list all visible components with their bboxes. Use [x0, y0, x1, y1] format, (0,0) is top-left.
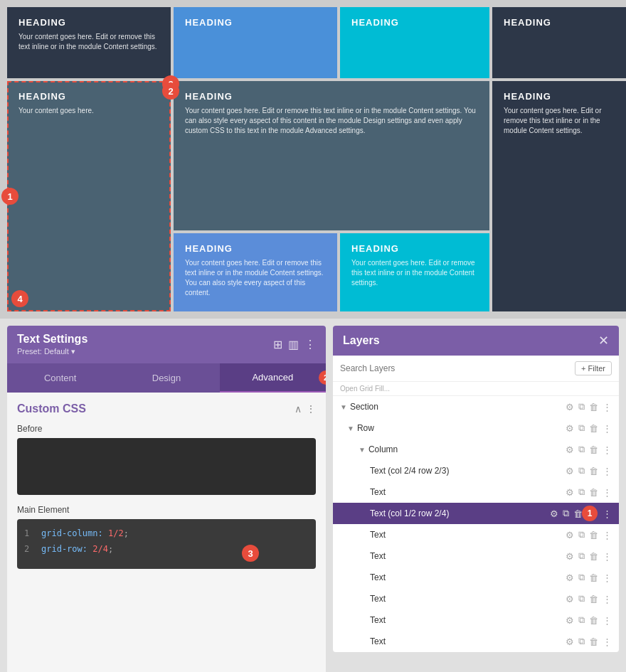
layer-trash-icon[interactable]: 🗑: [589, 594, 598, 604]
layer-row-column[interactable]: ▼ Column ⚙ ⧉ 🗑 ⋮: [333, 439, 619, 460]
preset-arrow: ▾: [71, 347, 75, 356]
panel-icon-columns[interactable]: ▥: [288, 338, 299, 351]
layer-trash-icon[interactable]: 🗑: [589, 530, 598, 540]
layer-copy-icon[interactable]: ⧉: [578, 465, 585, 476]
layer-trash-icon[interactable]: 🗑: [589, 572, 598, 583]
layer-copy-icon[interactable]: ⧉: [578, 550, 585, 562]
panel-header: Text Settings Preset: Default ▾ ⊞ ▥ ⋮: [7, 326, 326, 363]
layer-copy-icon[interactable]: ⧉: [578, 636, 585, 647]
layer-copy-icon[interactable]: ⧉: [578, 529, 585, 540]
layer-trash-icon[interactable]: 🗑: [589, 487, 598, 498]
layer-gear-icon[interactable]: ⚙: [566, 636, 574, 647]
layer-copy-icon[interactable]: ⧉: [578, 572, 585, 583]
layer-gear-icon[interactable]: ⚙: [566, 594, 574, 604]
layer-more-icon[interactable]: ⋮: [603, 444, 612, 455]
layer-copy-icon[interactable]: ⧉: [563, 508, 569, 519]
code-val-1: 1/2: [108, 528, 124, 538]
layer-trash-icon[interactable]: 🗑: [589, 423, 598, 434]
layer-more-icon[interactable]: ⋮: [603, 636, 612, 647]
layer-copy-icon[interactable]: ⧉: [578, 614, 585, 626]
cell-r1c2[interactable]: HEADING: [174, 7, 337, 78]
layer-more-icon[interactable]: ⋮: [603, 572, 612, 583]
tab-content-label: Content: [44, 373, 77, 383]
panel-icon-more[interactable]: ⋮: [304, 338, 316, 351]
layer-gear-icon[interactable]: ⚙: [566, 444, 574, 455]
tab-content[interactable]: Content: [7, 363, 113, 393]
layer-row-text1[interactable]: Text ⚙ ⧉ 🗑 ⋮: [333, 481, 619, 503]
layer-row-row[interactable]: ▼ Row ⚙ ⧉ 🗑 ⋮: [333, 417, 619, 439]
layer-row-text5[interactable]: Text ⚙ ⧉ 🗑 ⋮: [333, 588, 619, 609]
code-val-2: 2/4: [92, 544, 108, 554]
layer-row-text2[interactable]: Text ⚙ ⧉ 🗑 ⋮: [333, 524, 619, 545]
layer-gear-icon[interactable]: ⚙: [566, 572, 574, 583]
layer-icons-row: ⚙ ⧉ 🗑 ⋮: [566, 422, 612, 434]
before-css-container[interactable]: [17, 438, 316, 495]
code-area[interactable]: 1 grid-column: 1/2; 2 grid-row: 2/4;: [17, 519, 316, 569]
layer-copy-icon[interactable]: ⧉: [578, 422, 585, 434]
layer-more-icon[interactable]: ⋮: [603, 487, 612, 498]
layer-gear-icon[interactable]: ⚙: [566, 402, 574, 412]
cell-r2c1-tall[interactable]: HEADING Your content goes here. 1 4: [7, 81, 171, 311]
layers-close-button[interactable]: ✕: [598, 333, 609, 348]
layer-more-icon[interactable]: ⋮: [603, 551, 612, 562]
layer-more-icon[interactable]: ⋮: [603, 423, 612, 434]
layer-more-icon[interactable]: ⋮: [603, 508, 612, 519]
layer-trash-icon[interactable]: 🗑: [589, 466, 598, 476]
badge-4: 4: [11, 290, 28, 307]
layer-gear-icon[interactable]: ⚙: [566, 466, 574, 476]
cell-r3c2[interactable]: HEADING Your content goes here. Edit or …: [174, 233, 337, 311]
layer-gear-icon[interactable]: ⚙: [566, 487, 574, 498]
code-container: 1 grid-column: 1/2; 2 grid-row: 2/4; 3: [17, 519, 316, 569]
grid-preview: HEADING Your content goes here. Edit or …: [7, 7, 619, 311]
layer-row-text-col12[interactable]: Text (col 1/2 row 2/4) ⚙ ⧉ 🗑 1 ⋮: [333, 503, 619, 524]
layer-trash-icon[interactable]: 🗑: [589, 615, 598, 626]
layer-icons-text6: ⚙ ⧉ 🗑 ⋮: [566, 614, 612, 626]
cell-r1c3[interactable]: HEADING: [340, 7, 489, 78]
layer-more-icon[interactable]: ⋮: [603, 466, 612, 476]
layer-row-section[interactable]: ▼ Section ⚙ ⧉ 🗑 ⋮: [333, 396, 619, 417]
code-prop-2: grid-row:: [41, 544, 87, 554]
panel-preset[interactable]: Preset: Default ▾: [17, 347, 87, 356]
layer-more-icon[interactable]: ⋮: [603, 594, 612, 604]
tab-design[interactable]: Design: [113, 363, 219, 393]
cell-r2c23[interactable]: HEADING Your content goes here. Edit or …: [174, 81, 489, 230]
tab-advanced[interactable]: Advanced 2: [220, 363, 326, 393]
layer-copy-icon[interactable]: ⧉: [578, 444, 585, 455]
section-collapse-icon[interactable]: ∧: [295, 403, 302, 415]
layer-gear-icon[interactable]: ⚙: [566, 615, 574, 626]
cell-r2c4-tall[interactable]: HEADING Your content goes here. Edit or …: [492, 81, 626, 311]
layer-row-text-col24[interactable]: Text (col 2/4 row 2/3) ⚙ ⧉ 🗑 ⋮: [333, 460, 619, 481]
layer-icons-text1: ⚙ ⧉ 🗑 ⋮: [566, 486, 612, 498]
layer-trash-icon[interactable]: 🗑: [589, 444, 598, 455]
cell-r1c1[interactable]: HEADING Your content goes here. Edit or …: [7, 7, 171, 78]
layer-copy-icon[interactable]: ⧉: [578, 401, 585, 412]
layers-search-input[interactable]: [340, 363, 571, 373]
layer-more-icon[interactable]: ⋮: [603, 530, 612, 540]
layers-header: Layers ✕: [333, 326, 619, 356]
layer-arrow-column: ▼: [359, 446, 366, 454]
layer-gear-icon[interactable]: ⚙: [550, 508, 558, 519]
layer-trash-icon[interactable]: 🗑: [589, 636, 598, 647]
cell-r3c3[interactable]: HEADING Your content goes here. Edit or …: [340, 233, 489, 311]
filter-button[interactable]: + Filter: [575, 361, 612, 375]
section-more-icon[interactable]: ⋮: [306, 403, 316, 415]
layers-body: ▼ Section ⚙ ⧉ 🗑 ⋮ ▼ Row ⚙ ⧉ 🗑 ⋮: [333, 396, 619, 652]
layer-gear-icon[interactable]: ⚙: [566, 551, 574, 562]
layer-copy-icon[interactable]: ⧉: [578, 593, 585, 604]
section-header: Custom CSS ∧ ⋮: [17, 402, 316, 415]
layer-row-text4[interactable]: Text ⚙ ⧉ 🗑 ⋮: [333, 567, 619, 588]
layer-more-icon[interactable]: ⋮: [603, 615, 612, 626]
layer-row-text6[interactable]: Text ⚙ ⧉ 🗑 ⋮: [333, 609, 619, 631]
layer-gear-icon[interactable]: ⚙: [566, 423, 574, 434]
layer-gear-icon[interactable]: ⚙: [566, 530, 574, 540]
cell-text: Your content goes here. Edit or remove t…: [504, 106, 620, 136]
layer-more-icon[interactable]: ⋮: [603, 402, 612, 412]
cell-text: Your content goes here.: [18, 106, 159, 116]
layer-trash-icon[interactable]: 🗑: [589, 551, 598, 562]
layer-copy-icon[interactable]: ⧉: [578, 486, 585, 498]
layer-row-text3[interactable]: Text ⚙ ⧉ 🗑 ⋮: [333, 545, 619, 567]
cell-r1c4[interactable]: HEADING: [492, 7, 626, 78]
panel-icon-grid[interactable]: ⊞: [273, 338, 282, 351]
layer-trash-icon[interactable]: 🗑: [589, 402, 598, 412]
layer-row-text7[interactable]: Text ⚙ ⧉ 🗑 ⋮: [333, 631, 619, 652]
